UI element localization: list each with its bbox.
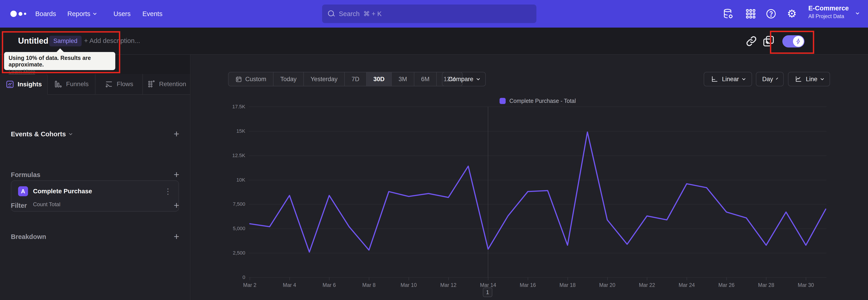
sampling-tooltip: Using 10% of data. Results are approxima… — [4, 52, 115, 70]
copy-to-board-icon[interactable] — [762, 35, 775, 48]
event-name[interactable]: Complete Purchase — [33, 188, 92, 195]
date-range-control: Custom Today Yesterday 7D 30D 3M 6M 12M — [228, 72, 463, 86]
add-event-button[interactable]: + — [174, 129, 179, 139]
tooltip-text: Using 10% of data. Results are approxima… — [8, 55, 111, 68]
data-management-icon[interactable] — [722, 8, 734, 20]
range-custom[interactable]: Custom — [228, 72, 274, 86]
search-input[interactable] — [339, 10, 530, 18]
project-name: E-Commerce — [808, 4, 849, 12]
event-letter-badge: A — [18, 186, 28, 196]
range-30d[interactable]: 30D — [367, 72, 392, 86]
tab-label: Retention — [159, 81, 186, 88]
sampling-toggle[interactable] — [782, 35, 804, 48]
help-icon[interactable] — [765, 8, 777, 20]
filter-section: Filter + — [11, 201, 179, 210]
copy-link-icon[interactable] — [745, 35, 758, 48]
range-7d[interactable]: 7D — [345, 72, 367, 86]
calendar-icon — [235, 76, 242, 83]
add-breakdown-button[interactable]: + — [174, 232, 179, 241]
add-formula-button[interactable]: + — [174, 170, 179, 180]
sidebar: Insights Funnels Flows Retent — [0, 55, 191, 300]
nav-item-label: Users — [114, 10, 131, 18]
formulas-section: Formulas + — [11, 170, 179, 180]
nav-item-users[interactable]: Users — [114, 0, 131, 28]
chevron-down-icon — [820, 77, 824, 80]
insights-icon — [5, 80, 14, 89]
report-title[interactable]: Untitled — [18, 36, 49, 46]
nav-item-label: Events — [143, 10, 162, 18]
chart-legend: Complete Purchase - Total — [250, 98, 826, 104]
add-description[interactable]: + Add description... — [84, 37, 140, 44]
nav-item-reports[interactable]: Reports — [67, 0, 96, 28]
learn-more-link[interactable]: Learn More — [8, 69, 35, 75]
project-scope: All Project Data — [808, 13, 849, 20]
sampled-badge[interactable]: Sampled — [49, 36, 82, 46]
chart-panel: Custom Today Yesterday 7D 30D 3M 6M 12M … — [191, 55, 868, 300]
breakdown-label: Breakdown — [11, 233, 46, 241]
range-6m[interactable]: 6M — [414, 72, 437, 86]
tab-insights[interactable]: Insights — [0, 74, 48, 95]
kebab-menu-icon[interactable]: ⋮ — [164, 187, 172, 196]
filter-label: Filter — [11, 202, 27, 209]
tab-label: Funnels — [66, 81, 89, 88]
chevron-down-icon — [856, 11, 860, 15]
chevron-down-icon — [69, 131, 72, 135]
formulas-label: Formulas — [11, 171, 40, 179]
search-box[interactable] — [322, 4, 536, 23]
project-selector[interactable]: E-Commerce All Project Data — [808, 4, 849, 20]
tab-label: Flows — [117, 81, 133, 88]
toggle-knob — [793, 36, 804, 47]
report-type-tabs: Insights Funnels Flows Retent — [0, 74, 190, 95]
search-icon — [328, 10, 335, 17]
apps-grid-icon[interactable] — [745, 8, 756, 20]
chevron-down-icon — [476, 77, 480, 80]
tab-retention[interactable]: Retention — [143, 74, 190, 95]
top-nav: Boards Reports Users Events ⚙ E-C — [0, 0, 868, 28]
tab-label: Insights — [18, 81, 42, 88]
events-cohorts-header: Events & Cohorts + — [11, 129, 179, 139]
line-chart-icon — [795, 75, 802, 83]
interval-dropdown[interactable]: Day — [756, 72, 784, 86]
chevron-down-icon — [93, 11, 96, 15]
nav-item-label: Boards — [35, 10, 56, 18]
range-today[interactable]: Today — [274, 72, 304, 86]
add-filter-button[interactable]: + — [174, 201, 179, 210]
tab-funnels[interactable]: Funnels — [48, 74, 95, 95]
chevron-down-icon — [776, 77, 778, 80]
lightning-icon — [795, 38, 802, 44]
range-3m[interactable]: 3M — [392, 72, 414, 86]
nav-item-label: Reports — [67, 10, 90, 18]
tab-flows[interactable]: Flows — [95, 74, 143, 95]
pagination-page-1[interactable]: 1 — [483, 288, 492, 297]
retention-icon — [147, 80, 156, 89]
flows-icon — [104, 80, 114, 89]
nav-item-events[interactable]: Events — [143, 0, 162, 28]
settings-gear-icon[interactable]: ⚙ — [786, 8, 798, 20]
legend-label: Complete Purchase - Total — [509, 98, 576, 104]
linear-scale-icon — [711, 75, 718, 83]
chart-type-dropdown[interactable]: Line — [788, 72, 830, 86]
report-header: Untitled Sampled + Add description... — [0, 28, 868, 55]
breakdown-section: Breakdown + — [11, 232, 179, 241]
nav-item-boards[interactable]: Boards — [35, 0, 56, 28]
funnels-icon — [54, 80, 63, 89]
legend-swatch — [500, 98, 506, 104]
mixpanel-logo-icon[interactable] — [10, 10, 29, 18]
events-cohorts-label[interactable]: Events & Cohorts — [11, 130, 72, 138]
scale-dropdown[interactable]: Linear — [704, 72, 752, 86]
chevron-down-icon — [742, 77, 746, 80]
range-yesterday[interactable]: Yesterday — [304, 72, 345, 86]
compare-button[interactable]: Compare — [442, 72, 486, 86]
